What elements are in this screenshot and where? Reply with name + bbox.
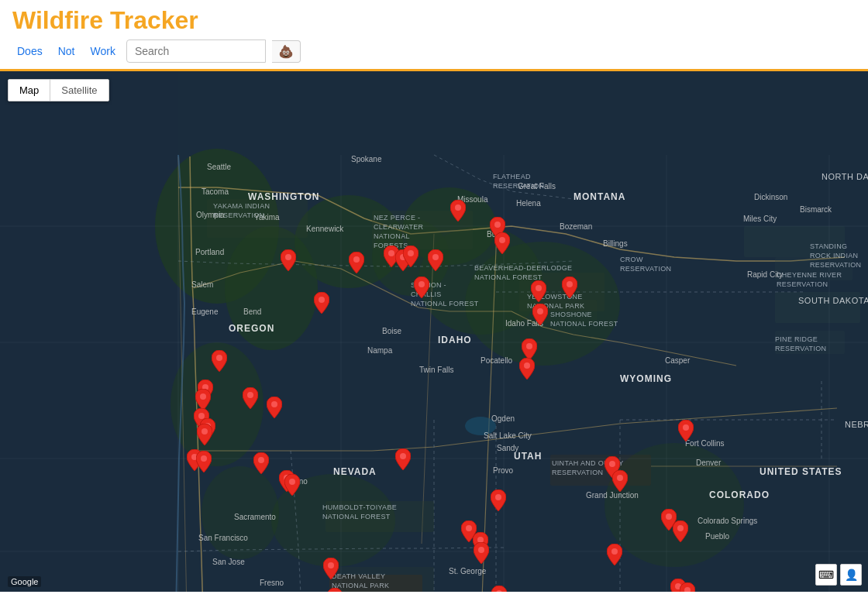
- svg-point-36: [319, 297, 325, 303]
- app-header: Wildfire Tracker Does Not Work 💩: [0, 0, 868, 71]
- fire-pin[interactable]: [212, 350, 227, 372]
- nav-work[interactable]: Work: [85, 42, 119, 60]
- fire-pin[interactable]: [532, 304, 548, 325]
- fire-pin[interactable]: [314, 292, 329, 314]
- svg-point-65: [466, 525, 472, 531]
- fire-pin[interactable]: [680, 582, 695, 592]
- fire-pin[interactable]: [531, 280, 546, 302]
- map-type-map[interactable]: Map: [9, 80, 50, 101]
- fire-pin[interactable]: [494, 232, 510, 254]
- nav-bar: Does Not Work 💩: [12, 40, 856, 69]
- svg-point-42: [432, 254, 439, 260]
- map-container[interactable]: Map Satellite: [0, 71, 868, 592]
- fire-pin[interactable]: [327, 588, 343, 592]
- svg-point-46: [536, 285, 542, 291]
- map-controls: ⌨ 👤: [815, 564, 862, 586]
- fire-pin[interactable]: [395, 448, 411, 470]
- fire-pin[interactable]: [253, 452, 269, 474]
- svg-point-60: [201, 455, 207, 462]
- svg-rect-17: [775, 257, 852, 280]
- map-street-view[interactable]: 👤: [840, 564, 862, 586]
- svg-point-84: [683, 424, 689, 431]
- map-type-satellite[interactable]: Satellite: [50, 80, 108, 101]
- fire-pin[interactable]: [243, 387, 258, 409]
- svg-point-35: [285, 254, 291, 260]
- svg-point-70: [495, 494, 501, 500]
- svg-point-9: [202, 466, 279, 559]
- svg-rect-23: [329, 575, 422, 592]
- svg-point-63: [289, 479, 295, 485]
- svg-point-43: [455, 204, 461, 211]
- svg-point-45: [499, 237, 505, 243]
- svg-rect-18: [775, 292, 860, 323]
- fire-pin[interactable]: [197, 424, 212, 445]
- search-input[interactable]: [126, 40, 266, 63]
- svg-point-50: [524, 362, 530, 369]
- svg-point-77: [611, 548, 618, 555]
- fire-pin[interactable]: [673, 520, 688, 542]
- svg-rect-15: [519, 300, 597, 323]
- fire-pin[interactable]: [403, 246, 418, 267]
- fire-pin[interactable]: [562, 277, 577, 298]
- svg-point-54: [247, 392, 253, 398]
- svg-point-38: [388, 250, 394, 256]
- svg-point-48: [537, 308, 543, 314]
- fire-pin[interactable]: [281, 249, 296, 271]
- svg-point-47: [567, 281, 573, 287]
- svg-rect-0: [0, 71, 178, 592]
- svg-point-51: [216, 355, 222, 361]
- map-type-toggle: Map Satellite: [8, 79, 109, 101]
- fire-pin[interactable]: [491, 489, 506, 511]
- fire-pin[interactable]: [491, 586, 507, 592]
- svg-point-75: [609, 461, 615, 467]
- fire-pin[interactable]: [450, 200, 466, 222]
- svg-rect-21: [326, 501, 434, 532]
- fire-pin[interactable]: [349, 252, 364, 273]
- fire-pin[interactable]: [678, 420, 694, 441]
- svg-point-58: [202, 428, 208, 435]
- svg-point-53: [200, 393, 206, 400]
- map-zoom-control[interactable]: ⌨: [815, 564, 837, 586]
- svg-point-67: [478, 547, 484, 553]
- fire-pin[interactable]: [607, 544, 622, 565]
- nav-does[interactable]: Does: [12, 42, 47, 60]
- map-svg: [0, 71, 868, 592]
- svg-point-41: [418, 281, 425, 287]
- svg-point-25: [465, 417, 496, 435]
- search-button[interactable]: 💩: [272, 40, 301, 63]
- svg-rect-24: [550, 455, 651, 486]
- fire-pin[interactable]: [267, 397, 282, 418]
- svg-point-64: [400, 453, 406, 459]
- svg-point-76: [617, 475, 623, 481]
- fire-pin[interactable]: [414, 277, 429, 298]
- svg-point-68: [328, 562, 334, 568]
- svg-point-37: [353, 256, 360, 263]
- fire-pin[interactable]: [522, 338, 537, 360]
- fire-pin[interactable]: [284, 474, 300, 496]
- svg-point-40: [408, 250, 414, 256]
- app-title: Wildfire Tracker: [12, 6, 856, 35]
- nav-not[interactable]: Not: [53, 42, 80, 60]
- google-brand: Google: [8, 576, 41, 587]
- svg-point-55: [271, 401, 277, 407]
- fire-pin[interactable]: [612, 470, 628, 492]
- fire-pin[interactable]: [428, 249, 443, 271]
- fire-pin[interactable]: [196, 451, 212, 472]
- fire-pin[interactable]: [323, 558, 339, 579]
- svg-rect-16: [744, 226, 845, 257]
- svg-point-49: [526, 343, 532, 349]
- fire-pin[interactable]: [519, 358, 535, 380]
- fire-pin[interactable]: [195, 389, 211, 410]
- svg-point-61: [258, 457, 264, 463]
- svg-rect-12: [207, 199, 308, 238]
- fire-pin[interactable]: [474, 542, 489, 564]
- svg-point-80: [666, 514, 672, 520]
- svg-point-81: [677, 525, 684, 531]
- svg-point-44: [494, 222, 501, 228]
